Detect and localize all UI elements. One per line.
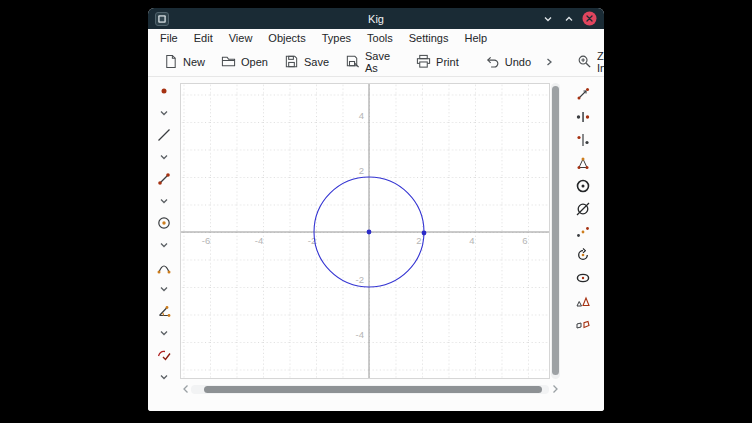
scroll-right-button[interactable] [549,383,560,395]
chevron-down-icon [157,194,171,208]
radius-point[interactable] [422,231,427,236]
center-point[interactable] [367,230,372,235]
save-as-button[interactable]: Save As [338,47,397,77]
desktop-background: Kig [0,0,752,423]
menubar: File Edit View Objects Types Tools Setti… [148,29,604,47]
close-icon [582,11,597,26]
conic-tool-icon [156,259,172,275]
workspace: -6 -4 -2 2 4 6 4 2 -2 -4 [148,77,604,411]
translation-tool-icon [575,224,591,240]
inversion-tool-button[interactable] [572,177,594,194]
grid-lines [181,84,549,378]
horizontal-scrollbar-thumb[interactable] [204,386,542,393]
circle-line-intersect-tool-icon [575,201,591,217]
triangle-tool-button[interactable] [572,154,594,171]
angle-tool-button[interactable] [153,302,175,319]
point-tool-icon [156,83,172,99]
ellipse-tool-button[interactable] [572,269,594,286]
titlebar[interactable]: Kig [148,8,604,29]
undo-button[interactable]: Undo [478,51,538,72]
menu-item-help[interactable]: Help [456,30,495,46]
axis-reflection-tool-button[interactable] [572,131,594,148]
test-tool-button[interactable] [153,346,175,363]
chevron-down-icon [157,150,171,164]
angle-tool-expander[interactable] [153,324,175,341]
undo-expander-button[interactable] [540,53,558,71]
y-tick-label: -2 [356,274,364,285]
new-document-icon [163,54,178,69]
projectivity-tool-button[interactable] [572,315,594,332]
geometry-canvas[interactable]: -6 -4 -2 2 4 6 4 2 -2 -4 [180,83,550,379]
menu-item-tools[interactable]: Tools [359,30,401,46]
maximize-button[interactable] [561,11,576,26]
app-icon [155,12,169,26]
menu-item-file[interactable]: File [152,30,186,46]
point-reflection-tool-icon [575,109,591,125]
y-tick-label: -4 [356,329,364,340]
menu-item-objects[interactable]: Objects [260,30,313,46]
transformations-toolbar [562,77,604,411]
close-button[interactable] [582,11,597,26]
circle-tool-icon [156,215,172,231]
segment-tool-icon [156,171,172,187]
point-reflection-tool-button[interactable] [572,108,594,125]
ellipse-tool-icon [575,270,591,286]
similarity-tool-icon [575,293,591,309]
horizontal-scrollbar-track[interactable] [191,385,549,394]
horizontal-scrollbar[interactable] [180,383,560,395]
vector-tool-icon [575,86,591,102]
chevron-down-icon [157,106,171,120]
x-tick-label: 6 [522,235,527,246]
angle-tool-icon [156,303,172,319]
print-button[interactable]: Print [409,51,466,72]
chevron-down-icon [157,238,171,252]
open-button[interactable]: Open [214,51,275,72]
new-button[interactable]: New [156,51,212,72]
circle-line-intersect-tool-button[interactable] [572,200,594,217]
chevron-right-icon [543,56,555,68]
y-tick-label: 2 [359,165,364,176]
menu-item-settings[interactable]: Settings [401,30,457,46]
segment-tool-expander[interactable] [153,192,175,209]
segment-tool-button[interactable] [153,170,175,187]
inversion-tool-icon [575,178,591,194]
axis-reflection-tool-icon [575,132,591,148]
save-as-icon [345,54,360,69]
vector-tool-button[interactable] [572,85,594,102]
save-icon [284,54,299,69]
shade-button[interactable] [540,11,555,26]
point-tool-button[interactable] [153,82,175,99]
circle-tool-button[interactable] [153,214,175,231]
point-tool-expander[interactable] [153,104,175,121]
scroll-left-button[interactable] [180,383,191,395]
menu-item-types[interactable]: Types [314,30,359,46]
menu-item-edit[interactable]: Edit [186,30,221,46]
conic-tool-expander[interactable] [153,280,175,297]
circle-tool-expander[interactable] [153,236,175,253]
triangle-tool-icon [575,155,591,171]
zoom-in-button[interactable]: Zoom In [570,47,604,77]
save-button[interactable]: Save [277,51,336,72]
line-tool-expander[interactable] [153,148,175,165]
vertical-scrollbar[interactable] [551,83,560,379]
test-tool-icon [156,347,172,363]
chevron-down-icon [542,13,554,25]
x-tick-label: -4 [255,235,263,246]
line-tool-button[interactable] [153,126,175,143]
x-tick-label: 4 [469,235,474,246]
y-tick-label: 4 [359,110,364,121]
undo-icon [485,54,500,69]
conic-tool-button[interactable] [153,258,175,275]
chevron-up-icon [563,13,575,25]
vertical-scrollbar-thumb[interactable] [552,86,559,375]
chevron-right-icon [551,384,559,394]
rotation-tool-button[interactable] [572,246,594,263]
chevron-down-icon [157,326,171,340]
test-tool-expander[interactable] [153,368,175,385]
print-icon [416,54,431,69]
open-folder-icon [221,54,236,69]
menu-item-view[interactable]: View [221,30,261,46]
similarity-tool-button[interactable] [572,292,594,309]
translation-tool-button[interactable] [572,223,594,240]
chevron-left-icon [182,384,190,394]
